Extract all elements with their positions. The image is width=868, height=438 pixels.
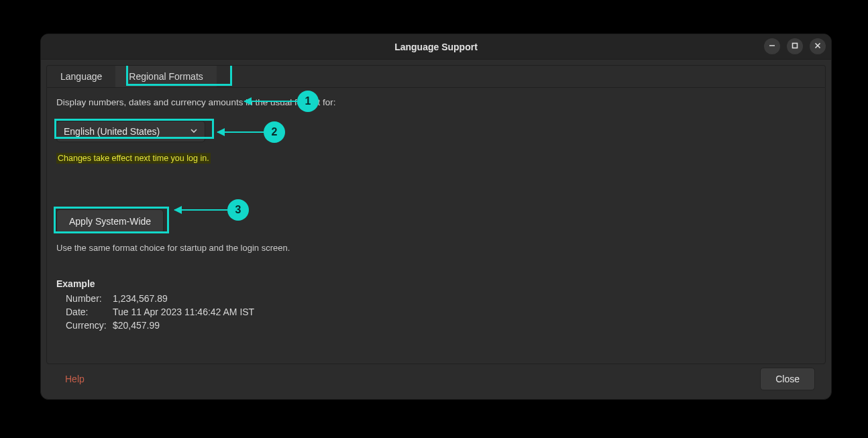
regional-formats-panel: 1 Display numbers, dates and currency am…: [46, 87, 826, 364]
help-link[interactable]: Help: [65, 374, 85, 384]
example-heading: Example: [56, 278, 816, 289]
apply-description: Use the same format choice for startup a…: [56, 243, 816, 253]
window-title: Language Support: [394, 42, 478, 52]
content-area: Language Regional Formats 1 Display numb…: [41, 60, 831, 399]
dialog-footer: Help Close: [46, 364, 826, 399]
example-date-row: Date: Tue 11 Apr 2023 11:46:42 AM IST: [56, 305, 816, 319]
locale-select[interactable]: English (United States): [56, 121, 205, 142]
svg-rect-1: [793, 44, 798, 48]
close-window-button[interactable]: [810, 38, 826, 54]
maximize-button[interactable]: [787, 38, 803, 54]
example-number-row: Number: 1,234,567.89: [56, 292, 816, 305]
maximize-icon: [792, 42, 798, 50]
example-date-value: Tue 11 Apr 2023 11:46:42 AM IST: [113, 307, 254, 317]
example-currency-label: Currency:: [66, 320, 113, 331]
locale-select-value: English (United States): [64, 126, 160, 137]
example-date-label: Date:: [66, 307, 113, 317]
window-controls: [764, 38, 826, 54]
tab-regional-formats[interactable]: Regional Formats: [115, 66, 217, 87]
example-number-value: 1,234,567.89: [113, 293, 168, 304]
example-currency-row: Currency: $20,457.99: [56, 319, 816, 332]
close-button[interactable]: Close: [760, 368, 815, 390]
example-currency-value: $20,457.99: [113, 320, 160, 331]
apply-system-wide-button[interactable]: Apply System-Wide: [56, 209, 164, 233]
minimize-button[interactable]: [764, 38, 780, 54]
change-notice: Changes take effect next time you log in…: [56, 153, 211, 164]
minimize-icon: [769, 42, 775, 50]
example-number-label: Number:: [66, 293, 113, 304]
tab-language[interactable]: Language: [47, 66, 115, 87]
tabbar: Language Regional Formats: [46, 65, 826, 87]
example-block: Example Number: 1,234,567.89 Date: Tue 1…: [56, 278, 816, 332]
chevron-down-icon: [190, 126, 198, 137]
titlebar: Language Support: [41, 34, 831, 60]
language-support-window: Language Support Language Regional Forma…: [40, 34, 832, 400]
close-icon: [814, 42, 821, 50]
format-description: Display numbers, dates and currency amou…: [56, 97, 816, 107]
